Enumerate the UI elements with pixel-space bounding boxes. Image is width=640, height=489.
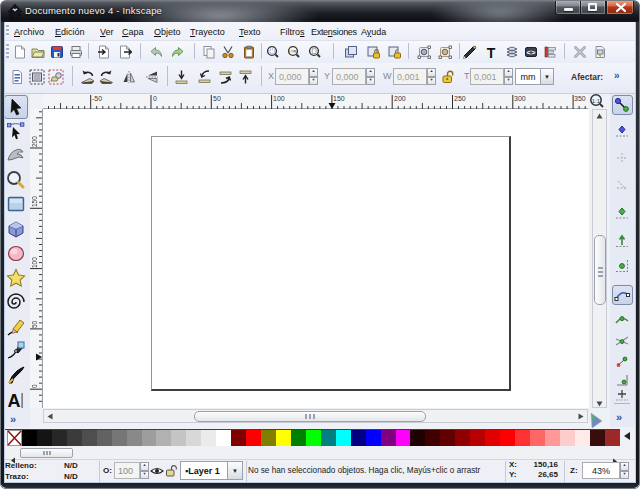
svg-text:A: A <box>8 391 21 411</box>
svg-text:T: T <box>487 45 496 59</box>
svg-text:1:1: 1:1 <box>592 98 601 104</box>
svg-text:<>: <> <box>527 48 536 57</box>
